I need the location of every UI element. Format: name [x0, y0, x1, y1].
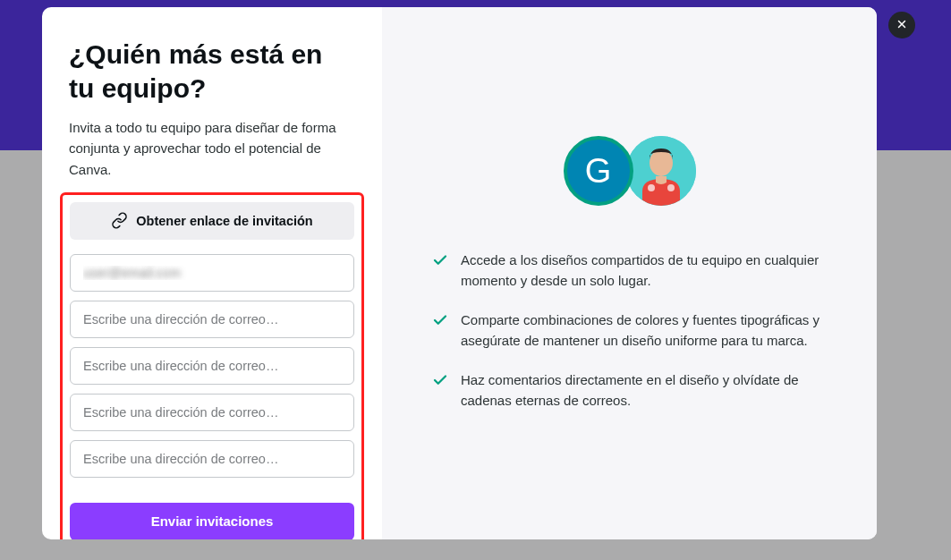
close-icon: [896, 18, 908, 33]
link-icon: [111, 212, 128, 229]
get-link-label: Obtener enlace de invitación: [136, 214, 312, 228]
send-invitations-button[interactable]: Enviar invitaciones: [70, 503, 354, 539]
benefit-item: Comparte combinaciones de colores y fuen…: [432, 310, 827, 351]
avatar-person: [626, 136, 696, 206]
benefit-text: Haz comentarios directamente en el diseñ…: [461, 370, 827, 411]
modal-subtitle: Invita a todo tu equipo para diseñar de …: [69, 117, 355, 180]
email-field-4[interactable]: [70, 394, 354, 431]
close-button[interactable]: [888, 12, 915, 38]
highlight-box: Obtener enlace de invitación Enviar invi…: [60, 192, 364, 539]
benefit-item: Haz comentarios directamente en el diseñ…: [432, 370, 827, 411]
benefit-item: Accede a los diseños compartidos de tu e…: [432, 250, 827, 291]
invite-right-panel: G Accede a los diseños compartidos d: [382, 7, 877, 539]
avatar-letter: G: [564, 136, 633, 206]
invite-left-panel: ¿Quién más está en tu equipo? Invita a t…: [42, 7, 382, 539]
check-icon: [432, 372, 448, 392]
avatar-group: G: [564, 136, 696, 206]
svg-point-2: [648, 184, 655, 191]
svg-point-1: [650, 149, 673, 176]
svg-point-3: [667, 184, 675, 191]
invite-team-modal: ¿Quién más está en tu equipo? Invita a t…: [42, 7, 877, 539]
benefits-list: Accede a los diseños compartidos de tu e…: [432, 250, 827, 411]
get-invite-link-button[interactable]: Obtener enlace de invitación: [70, 202, 354, 240]
email-field-3[interactable]: [70, 347, 354, 385]
email-field-5[interactable]: [70, 440, 354, 478]
email-field-2[interactable]: [70, 301, 354, 338]
check-icon: [432, 312, 448, 332]
email-field-1[interactable]: [70, 254, 354, 292]
benefit-text: Comparte combinaciones de colores y fuen…: [461, 310, 827, 351]
check-icon: [432, 252, 448, 272]
benefit-text: Accede a los diseños compartidos de tu e…: [461, 250, 827, 291]
modal-title: ¿Quién más está en tu equipo?: [69, 38, 355, 105]
